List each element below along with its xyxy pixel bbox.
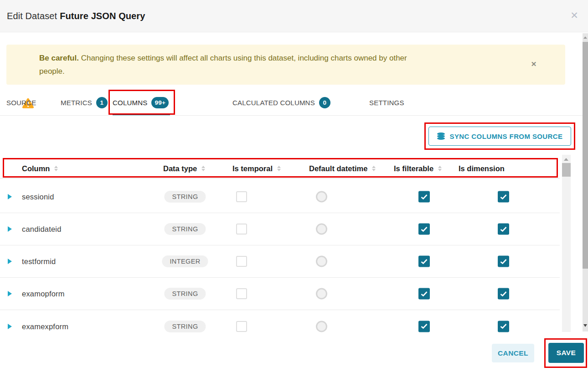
warning-text: Be careful. Changing these settings will… xyxy=(39,51,531,78)
warning-text-bold: Be careful. xyxy=(39,54,79,62)
expand-caret-icon[interactable] xyxy=(8,259,12,264)
column-header-is-filterable[interactable]: Is filterable xyxy=(394,159,442,178)
cancel-button[interactable]: CANCEL xyxy=(492,344,534,362)
tab-metrics[interactable]: METRICS 1 xyxy=(61,90,108,115)
table-row: examexpform STRING xyxy=(0,310,560,333)
table-row: candidateid STRING xyxy=(0,213,560,245)
columns-table: sessionid STRING candidateid STRING test… xyxy=(0,178,560,333)
default-datetime-radio[interactable] xyxy=(316,224,327,235)
sort-icon xyxy=(438,166,442,171)
modal-scrollbar-down-arrow-icon[interactable] xyxy=(583,324,587,327)
column-header-column-label: Column xyxy=(22,164,50,173)
warning-text-line1: Changing these settings will affect all … xyxy=(81,54,407,62)
sort-icon xyxy=(54,166,58,171)
calculated-columns-count-badge: 0 xyxy=(319,97,330,108)
data-type-badge: STRING xyxy=(164,321,206,332)
default-datetime-radio[interactable] xyxy=(316,191,327,203)
column-name: testformid xyxy=(22,257,56,266)
column-header-default-datetime[interactable]: Default datetime xyxy=(309,159,376,178)
is-temporal-checkbox[interactable] xyxy=(236,321,247,332)
dataset-name: Future JSON Query xyxy=(60,11,145,21)
column-header-is-dimension-label: Is dimension xyxy=(459,164,505,173)
is-temporal-checkbox[interactable] xyxy=(236,256,247,267)
tab-source-label: SOURCE xyxy=(6,99,36,107)
metrics-count-badge: 1 xyxy=(96,97,108,108)
expand-caret-icon[interactable] xyxy=(8,226,12,232)
column-name: candidateid xyxy=(22,225,62,234)
is-filterable-checkbox[interactable] xyxy=(418,321,430,332)
default-datetime-radio[interactable] xyxy=(316,288,327,300)
modal-scrollbar-up-arrow-icon[interactable] xyxy=(583,36,587,39)
is-temporal-checkbox[interactable] xyxy=(236,288,247,299)
save-button[interactable]: SAVE xyxy=(548,343,584,363)
data-type-badge: STRING xyxy=(164,288,206,300)
expand-caret-icon[interactable] xyxy=(8,291,12,296)
tab-settings-label: SETTINGS xyxy=(369,99,404,107)
page-title: Edit DatasetFuture JSON Query xyxy=(7,11,145,21)
tab-columns-label: COLUMNS xyxy=(113,99,147,107)
table-scrollbar-track[interactable] xyxy=(562,155,571,332)
tab-metrics-label: METRICS xyxy=(61,99,92,107)
warning-text-line2: people. xyxy=(39,67,65,76)
is-filterable-checkbox[interactable] xyxy=(418,288,430,300)
column-name: examexpform xyxy=(22,322,68,331)
warning-banner: Be careful. Changing these settings will… xyxy=(6,45,565,85)
tab-columns[interactable]: COLUMNS 99+ xyxy=(113,90,169,115)
is-temporal-checkbox[interactable] xyxy=(236,224,247,234)
columns-count-badge: 99+ xyxy=(151,97,169,108)
data-type-badge: STRING xyxy=(164,191,206,203)
sort-icon xyxy=(372,166,376,171)
is-dimension-checkbox[interactable] xyxy=(498,321,509,332)
warning-close-icon[interactable]: ✕ xyxy=(529,59,539,69)
tab-settings[interactable]: SETTINGS xyxy=(369,90,404,115)
column-name: sessionid xyxy=(22,193,54,201)
table-row: examopform STRING xyxy=(0,278,560,310)
table-scrollbar-thumb[interactable] xyxy=(562,163,571,177)
column-header-is-temporal-label: Is temporal xyxy=(232,164,273,173)
tab-source[interactable]: SOURCE xyxy=(6,90,36,115)
is-temporal-checkbox[interactable] xyxy=(236,191,247,202)
table-row: sessionid STRING xyxy=(0,181,560,213)
database-icon xyxy=(437,132,445,140)
default-datetime-radio[interactable] xyxy=(316,321,327,332)
modal-header: Edit DatasetFuture JSON Query xyxy=(0,0,588,32)
title-prefix: Edit Dataset xyxy=(7,11,57,21)
is-dimension-checkbox[interactable] xyxy=(498,191,509,203)
expand-caret-icon[interactable] xyxy=(8,194,12,199)
sync-columns-from-source-button[interactable]: SYNC COLUMNS FROM SOURCE xyxy=(428,127,571,146)
is-dimension-checkbox[interactable] xyxy=(498,256,509,267)
sort-icon xyxy=(201,166,205,171)
modal-scrollbar-thumb[interactable] xyxy=(583,42,588,269)
tab-calculated-columns-label: CALCULATED COLUMNS xyxy=(232,99,315,107)
table-row: testformid INTEGER xyxy=(0,245,560,278)
is-filterable-checkbox[interactable] xyxy=(418,224,430,235)
table-scrollbar-up-arrow-icon[interactable] xyxy=(564,158,568,161)
is-filterable-checkbox[interactable] xyxy=(418,191,430,203)
expand-caret-icon[interactable] xyxy=(8,324,12,329)
column-header-is-dimension[interactable]: Is dimension xyxy=(459,159,505,178)
is-dimension-checkbox[interactable] xyxy=(498,224,509,235)
default-datetime-radio[interactable] xyxy=(316,256,327,267)
column-header-data-type-label: Data type xyxy=(163,164,197,173)
edit-dataset-modal: Edit DatasetFuture JSON Query ✕ Be caref… xyxy=(0,0,588,372)
column-header-column[interactable]: Column xyxy=(22,159,58,178)
is-dimension-checkbox[interactable] xyxy=(498,288,509,300)
column-header-is-filterable-label: Is filterable xyxy=(394,164,433,173)
modal-close-icon[interactable]: ✕ xyxy=(568,9,581,22)
sync-button-label: SYNC COLUMNS FROM SOURCE xyxy=(450,132,563,140)
data-type-badge: INTEGER xyxy=(162,255,208,267)
column-header-is-temporal[interactable]: Is temporal xyxy=(232,159,281,178)
tab-calculated-columns[interactable]: CALCULATED COLUMNS 0 xyxy=(232,90,330,115)
column-header-data-type[interactable]: Data type xyxy=(163,159,205,178)
tabs-divider xyxy=(0,115,583,116)
sort-icon xyxy=(277,166,281,171)
is-filterable-checkbox[interactable] xyxy=(418,256,430,267)
column-name: examopform xyxy=(22,290,65,298)
column-header-default-datetime-label: Default datetime xyxy=(309,164,367,173)
data-type-badge: STRING xyxy=(164,223,206,235)
